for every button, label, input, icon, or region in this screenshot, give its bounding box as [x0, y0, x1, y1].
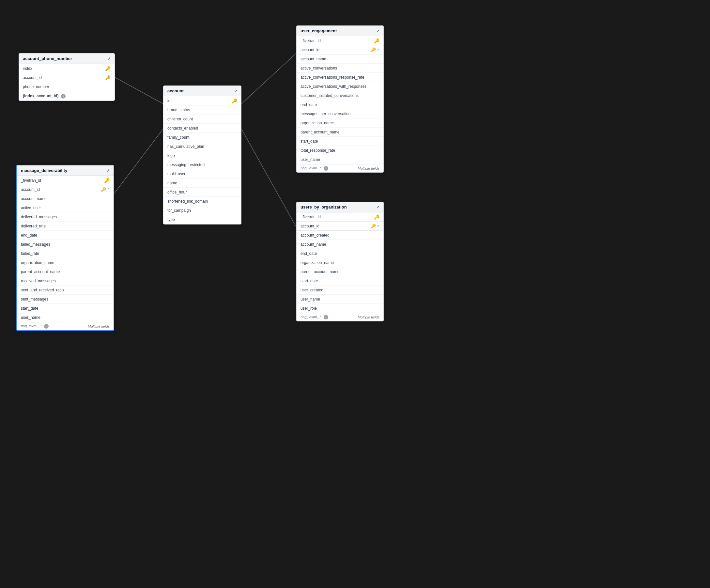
field-name: parent_account_name: [21, 269, 110, 274]
field-name: phone_number: [23, 85, 111, 89]
field-name: sent_messages: [21, 297, 110, 302]
table-row: messages_per_conversation: [297, 109, 383, 118]
field-name: customer_initiated_conversations: [301, 93, 379, 98]
field-name: tcr_campaign: [167, 208, 237, 213]
table-row: account_created: [297, 231, 383, 240]
field-name: messaging_restricted: [167, 163, 237, 167]
multiple-fields-label: nag_laxmi_.* i: [301, 166, 328, 171]
table-row: shortened_link_domain: [164, 197, 241, 206]
table-row: delivered_rate: [17, 221, 114, 231]
table-row: tcr_campaign: [164, 206, 241, 215]
external-link-icon[interactable]: ↗: [108, 56, 111, 61]
table-users-by-organization: users_by_organization ↗ _fivetran_id 🔑 a…: [296, 202, 384, 322]
table-row: received_messages: [17, 276, 114, 285]
external-link-icon[interactable]: ↗: [376, 205, 379, 210]
table-row: user_name: [297, 295, 383, 304]
field-name: active_user: [21, 206, 110, 210]
canvas: account_phone_number ↗ index 🔑 account_i…: [0, 0, 710, 588]
field-name: delivered_rate: [21, 224, 110, 229]
table-row: name: [164, 179, 241, 188]
info-icon[interactable]: i: [44, 324, 49, 329]
external-link-icon[interactable]: ↗: [376, 29, 379, 33]
field-name: start_date: [301, 279, 379, 283]
table-row: messaging_restricted: [164, 160, 241, 169]
table-message-deliverability: message_deliverability ↗ _fivetran_id 🔑 …: [16, 165, 114, 331]
multiple-fields-text: Multiple fields: [358, 315, 379, 319]
table-row: start_date: [297, 137, 383, 146]
table-header-user-engagement: user_engagement ↗: [297, 26, 383, 36]
table-row: parent_account_name: [297, 127, 383, 137]
field-name: brand_status: [167, 108, 237, 112]
field-name: organization_name: [301, 260, 379, 265]
multiple-fields-text: Multiple fields: [88, 324, 110, 328]
field-name: end_date: [21, 233, 110, 238]
field-name: account_name: [21, 196, 110, 201]
foreign-key-icon: 🔑↗: [371, 224, 379, 229]
multiple-fields-label: nag_laxmi_.* i: [21, 324, 49, 329]
table-row: contacts_enabled: [164, 124, 241, 133]
field-name: account_name: [301, 57, 379, 61]
field-name: failed_rate: [21, 251, 110, 256]
table-row: end_date: [297, 249, 383, 258]
table-row: account_id 🔑: [19, 73, 115, 82]
table-row: office_hour: [164, 188, 241, 197]
table-account: account ↗ id 🔑 brand_status children_cou…: [163, 86, 241, 225]
external-link-icon[interactable]: ↗: [106, 168, 110, 173]
field-name: parent_account_name: [301, 130, 379, 135]
table-row: active_conversations_response_rate: [297, 73, 383, 82]
table-row: account_name: [17, 194, 114, 203]
field-name: failed_messages: [21, 242, 110, 247]
table-row: active_user: [17, 203, 114, 212]
table-account-phone-number: account_phone_number ↗ index 🔑 account_i…: [19, 53, 115, 101]
table-row: family_count: [164, 133, 241, 142]
field-name: logo: [167, 154, 237, 158]
table-row: _fivetran_id 🔑: [297, 212, 383, 221]
field-name: _fivetran_id: [301, 39, 374, 43]
field-name: _fivetran_id: [21, 178, 104, 183]
multiple-fields-text: Multiple fields: [358, 166, 379, 170]
info-icon[interactable]: i: [324, 166, 328, 171]
field-name: organization_name: [21, 260, 110, 265]
primary-key-icon: 🔑: [104, 178, 110, 183]
field-name: office_hour: [167, 190, 237, 194]
field-name: _fivetran_id: [301, 215, 374, 219]
table-title: message_deliverability: [21, 168, 67, 173]
table-row: _fivetran_id 🔑: [297, 36, 383, 45]
field-name: delivered_messages: [21, 215, 110, 219]
table-title: account_phone_number: [23, 56, 72, 61]
primary-key-icon: 🔑: [105, 75, 111, 80]
field-name: has_cumulative_plan: [167, 144, 237, 149]
table-row: parent_account_name: [17, 267, 114, 276]
table-row: customer_initiated_conversations: [297, 91, 383, 100]
external-link-icon[interactable]: ↗: [234, 89, 237, 93]
field-name: parent_account_name: [301, 269, 379, 274]
svg-line-1: [114, 129, 163, 193]
field-name: children_count: [167, 117, 237, 121]
info-icon[interactable]: i: [324, 315, 328, 320]
table-row: failed_rate: [17, 249, 114, 258]
field-name: user_role: [301, 306, 379, 311]
field-name: start_date: [21, 306, 110, 311]
table-row: active_conversations_with_responses: [297, 82, 383, 91]
table-user-engagement: user_engagement ↗ _fivetran_id 🔑 account…: [296, 25, 384, 173]
svg-line-3: [241, 129, 296, 227]
field-name: sent_and_received_ratio: [21, 288, 110, 292]
field-name: account_id: [21, 187, 101, 192]
table-row: start_date: [297, 276, 383, 285]
table-header-account-phone-number: account_phone_number ↗: [19, 53, 115, 64]
table-row: account_id 🔑↗: [17, 185, 114, 194]
table-row: account_name: [297, 240, 383, 249]
table-title: user_engagement: [301, 28, 337, 33]
foreign-key-icon: 🔑↗: [101, 187, 110, 192]
field-name: account_created: [301, 233, 379, 238]
multiple-fields-row: nag_laxmi_.* i Multiple fields: [297, 313, 383, 321]
composite-key-row: (index, account_id) i: [19, 91, 115, 100]
info-icon[interactable]: i: [61, 94, 66, 98]
field-name: user_created: [301, 288, 379, 292]
field-name: family_count: [167, 135, 237, 140]
field-name: account_id: [301, 224, 371, 229]
table-title: users_by_organization: [301, 205, 347, 210]
field-name: id: [167, 98, 232, 103]
table-row: id 🔑: [164, 96, 241, 105]
field-name: account_id: [301, 48, 371, 52]
